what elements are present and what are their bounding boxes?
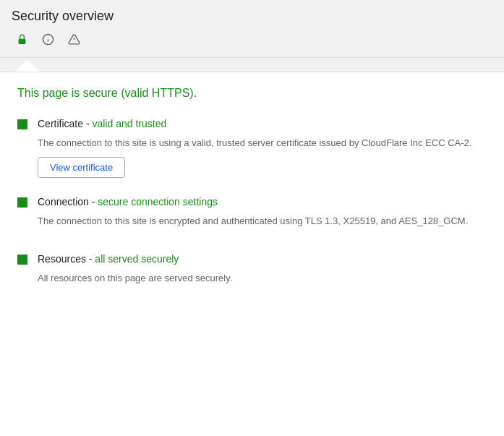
header: Security overview [0,0,504,58]
warning-icon-button[interactable] [64,31,84,51]
certificate-description: The connection to this site is using a v… [38,136,487,150]
resources-title-link[interactable]: all served securely [95,253,179,265]
certificate-indicator [17,119,27,129]
resources-description: All resources on this page are served se… [38,271,487,286]
chevron-divider [0,58,504,72]
certificate-title: Certificate - valid and trusted [38,117,487,132]
connection-content: Connection - secure connection settings … [38,195,487,235]
connection-title-plain: Connection - [38,196,98,208]
page-title: Security overview [12,9,492,24]
resources-title-plain: Resources - [38,253,95,265]
connection-title: Connection - secure connection settings [38,195,487,210]
resources-title: Resources - all served securely [38,252,487,267]
connection-section: Connection - secure connection settings … [17,195,487,235]
main-content: This page is secure (valid HTTPS). Certi… [0,72,504,324]
resources-indicator [17,255,27,265]
header-icons [12,31,492,57]
connection-title-link[interactable]: secure connection settings [98,196,218,208]
info-icon-button[interactable] [38,31,58,51]
certificate-title-plain: Certificate - [38,118,92,129]
lock-icon-button[interactable] [12,31,32,51]
info-icon [42,33,54,49]
connection-description: The connection to this site is encrypted… [38,214,487,228]
lock-icon [16,33,28,49]
connection-indicator [17,197,27,208]
chevron-up-icon [14,60,40,72]
certificate-title-link[interactable]: valid and trusted [92,118,166,129]
certificate-section: Certificate - valid and trusted The conn… [17,117,487,178]
secure-message: This page is secure (valid HTTPS). [17,87,487,100]
resources-section: Resources - all served securely All reso… [17,252,487,292]
certificate-content: Certificate - valid and trusted The conn… [38,117,487,178]
svg-rect-0 [18,39,25,44]
view-certificate-button[interactable]: View certificate [38,157,125,178]
resources-content: Resources - all served securely All reso… [38,252,487,292]
warning-icon [68,33,80,49]
